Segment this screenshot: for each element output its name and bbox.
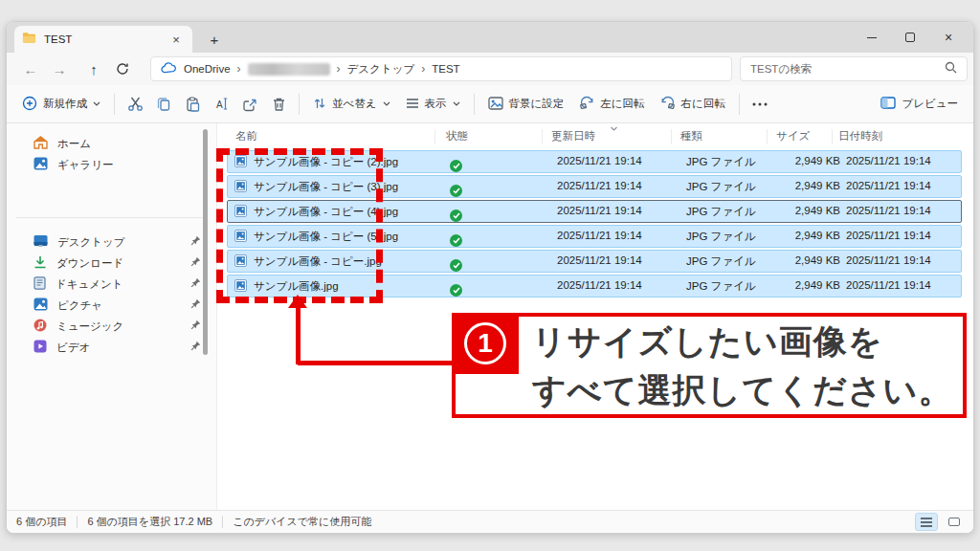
set-background-button[interactable]: 背景に設定 [480,90,572,119]
new-tab-button[interactable]: + [203,28,226,51]
items-count: 6 個の項目 [16,515,67,529]
file-datetime: 2025/11/21 19:14 [846,180,931,191]
breadcrumb-root[interactable]: OneDrive [184,63,231,75]
availability-status: このデバイスで常に使用可能 [233,515,371,529]
annotation-line-1: リサイズしたい画像を [532,317,952,365]
folder-icon [22,31,36,48]
sidebar-item-videos[interactable]: ビデオ [7,337,216,358]
sidebar-item-downloads[interactable]: ダウンロード [7,253,216,274]
sidebar-item-label: ホーム [57,137,91,151]
breadcrumb-separator: › [337,62,341,76]
rotate-left-button[interactable]: 左に回転 [571,90,652,119]
sidebar-item-gallery[interactable]: ギャラリー [7,154,216,175]
annotation-arrow-head [288,295,307,308]
file-modified: 2025/11/21 19:14 [557,155,642,166]
tab-close-icon[interactable]: × [167,31,185,48]
breadcrumb-current[interactable]: TEST [432,63,459,75]
refresh-button[interactable] [108,56,137,81]
sidebar-item-music[interactable]: ミュージック [7,316,216,337]
delete-button[interactable] [264,90,293,119]
sort-button[interactable]: 並べ替え [305,90,398,119]
copy-button[interactable] [149,90,178,119]
pin-icon [190,277,201,290]
column-header-size[interactable]: サイズ [776,129,810,143]
view-button[interactable]: 表示 [398,90,468,119]
paste-button[interactable] [178,90,207,119]
rename-button[interactable]: A [207,90,235,119]
ellipsis-icon [752,102,768,106]
plus-circle-icon [22,96,37,113]
column-header-type[interactable]: 種類 [680,129,702,143]
gallery-icon [33,157,48,172]
svg-text:A: A [216,99,223,110]
file-size: 2,949 KB [760,155,840,166]
column-header-modified[interactable]: 更新日時 [551,129,595,143]
onedrive-cloud-icon [161,62,177,76]
address-bar[interactable]: OneDrive › › デスクトップ › TEST [150,56,732,81]
sidebar-item-label: ドキュメント [56,277,123,292]
pin-icon [190,256,201,269]
sidebar-scrollbar[interactable] [203,129,208,355]
breadcrumb-desktop[interactable]: デスクトップ [347,62,415,77]
sidebar-item-label: ミュージック [56,320,123,334]
preview-button[interactable]: プレビュー [873,90,966,119]
new-item-button[interactable]: 新規作成 [14,90,108,119]
file-datetime: 2025/11/21 19:14 [846,230,931,241]
maximize-button[interactable] [891,23,929,52]
rotate-right-button[interactable]: 右に回転 [653,90,733,119]
list-view-icon [921,518,932,527]
thumbnail-view-button[interactable] [943,513,966,531]
back-button[interactable]: ← [16,56,45,81]
sidebar-item-label: ギャラリー [57,158,114,172]
new-item-label: 新規作成 [43,97,87,111]
sidebar-item-label: デスクトップ [57,235,125,250]
tab-test[interactable]: TEST × [14,26,192,53]
sidebar-item-label: ビデオ [56,341,90,355]
pin-icon [190,320,201,332]
column-header-status[interactable]: 状態 [446,129,468,143]
up-button[interactable]: ↑ [79,56,108,81]
file-modified: 2025/11/21 19:14 [557,205,642,216]
selection-info: 6 個の項目を選択 17.2 MB [87,515,212,529]
sidebar-item-pictures[interactable]: ピクチャ [7,295,216,316]
file-modified: 2025/11/21 19:14 [557,254,642,266]
set-background-label: 背景に設定 [509,97,565,111]
view-label: 表示 [425,97,447,111]
view-toggles [915,513,966,531]
command-toolbar: 新規作成 A 並べ替え [7,85,973,123]
column-header-name[interactable]: 名前 [235,129,257,143]
sidebar-item-desktop[interactable]: デスクトップ [7,231,216,253]
cut-button[interactable] [121,90,149,119]
file-modified: 2025/11/21 19:14 [557,230,642,241]
forward-button[interactable]: → [45,56,74,81]
minimize-button[interactable] [853,23,891,52]
annotation-line-2: すべて選択してください。 [532,365,952,414]
column-header-datetime[interactable]: 日付時刻 [838,129,882,143]
chevron-down-icon [453,101,460,106]
search-input[interactable]: TESTの検索 [740,56,968,81]
annotation-arrow-horizontal [298,361,456,365]
annotation-arrow-vertical [296,307,301,364]
sidebar-divider [16,217,207,218]
sidebar-item-documents[interactable]: ドキュメント [7,274,216,295]
file-type: JPG ファイル [686,180,756,194]
video-icon [33,340,47,355]
preview-label: プレビュー [902,97,958,111]
sidebar-item-label: ピクチャ [57,298,102,313]
annotation-step-badge: 1 [452,313,519,374]
share-button[interactable] [235,90,264,119]
background-image-icon [488,97,503,112]
breadcrumb-redacted-segment[interactable] [248,63,330,76]
file-size: 2,949 KB [760,254,840,266]
desktop-icon [33,234,48,250]
thumbnail-view-icon [948,518,960,526]
file-type: JPG ファイル [686,155,756,169]
close-button[interactable]: × [929,23,968,52]
list-view-button[interactable] [915,513,938,531]
breadcrumb-separator: › [237,62,241,76]
navigation-bar: ← → ↑ OneDrive › › デスクトップ › TEST TESTの検索 [7,53,973,85]
sidebar-item-home[interactable]: ホーム [7,133,216,154]
explorer-window: TEST × + × ← → ↑ OneDrive › › デスクトップ › T… [6,21,974,534]
pictures-icon [33,298,48,313]
more-options-button[interactable] [746,90,774,119]
